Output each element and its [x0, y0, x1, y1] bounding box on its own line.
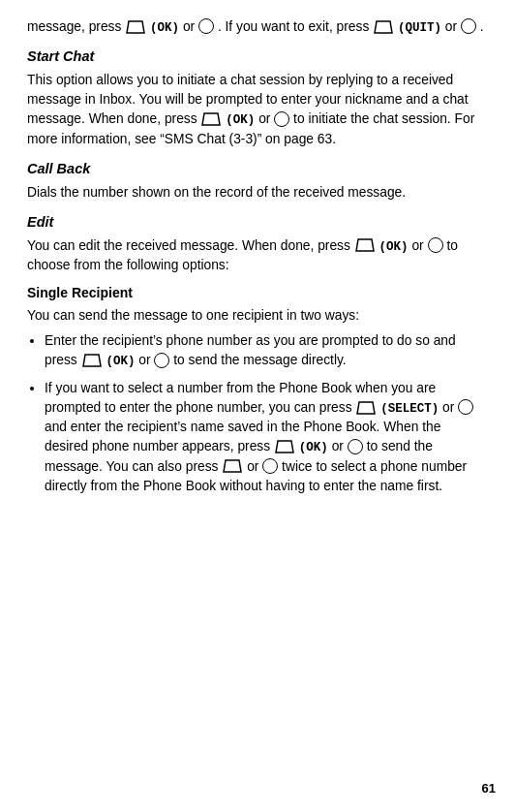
edit-text1: You can edit the received message. When …	[27, 238, 354, 253]
intro-text3: .	[480, 19, 484, 34]
page-content: message, press (OK) or . If you want to …	[27, 17, 488, 496]
select-label: (SELECT) or	[380, 400, 458, 415]
bullet2-text1: If you want to select a number from the …	[45, 381, 436, 415]
start-chat-body: This option allows you to initiate a cha…	[27, 71, 488, 148]
ok-label2: (OK) or	[226, 111, 274, 126]
ok-label4: (OK) or	[106, 353, 154, 367]
quit-label: (QUIT) or	[398, 19, 461, 34]
center-key-icon7	[348, 439, 363, 454]
center-key-icon5	[154, 353, 169, 368]
softkey-icon6	[222, 456, 243, 476]
call-back-heading: Call Back	[27, 159, 488, 179]
ok-label3: (OK) or	[379, 238, 428, 253]
center-key-icon6	[458, 399, 473, 415]
ok-softkey-icon3	[354, 235, 376, 255]
intro-text2: . If you want to exit, press	[218, 19, 373, 34]
edit-heading: Edit	[27, 212, 488, 233]
bullet-list: Enter the recipient’s phone number as yo…	[45, 331, 488, 495]
list-item: If you want to select a number from the …	[45, 379, 488, 496]
intro-text1: message, press	[27, 19, 125, 34]
ok-softkey-icon4	[81, 351, 103, 370]
center-key-icon4	[428, 237, 443, 253]
single-recipient-intro: You can send the message to one recipien…	[27, 306, 488, 326]
edit-body: You can edit the received message. When …	[27, 236, 488, 275]
center-key-icon2	[461, 18, 476, 34]
center-key-icon3	[274, 111, 289, 127]
ok-softkey-icon2	[200, 109, 222, 129]
ok-label1: (OK) or	[150, 19, 198, 34]
intro-paragraph: message, press (OK) or . If you want to …	[27, 17, 488, 37]
center-key-icon1	[198, 18, 214, 34]
start-chat-heading: Start Chat	[27, 47, 488, 67]
ok-softkey-icon1	[125, 16, 146, 36]
single-recipient-heading: Single Recipient	[27, 283, 488, 302]
list-item: Enter the recipient’s phone number as yo…	[45, 331, 488, 370]
or-label: or	[247, 459, 262, 474]
bullet1-text2: to send the message directly.	[173, 353, 346, 367]
center-key-icon8	[262, 458, 278, 474]
ok-softkey-icon5	[274, 437, 295, 456]
ok-label5: (OK) or	[299, 439, 348, 453]
call-back-body: Dials the number shown on the record of …	[27, 183, 488, 203]
select-softkey-icon	[355, 397, 377, 417]
page-number: 61	[482, 780, 496, 798]
quit-softkey-icon	[373, 16, 394, 36]
